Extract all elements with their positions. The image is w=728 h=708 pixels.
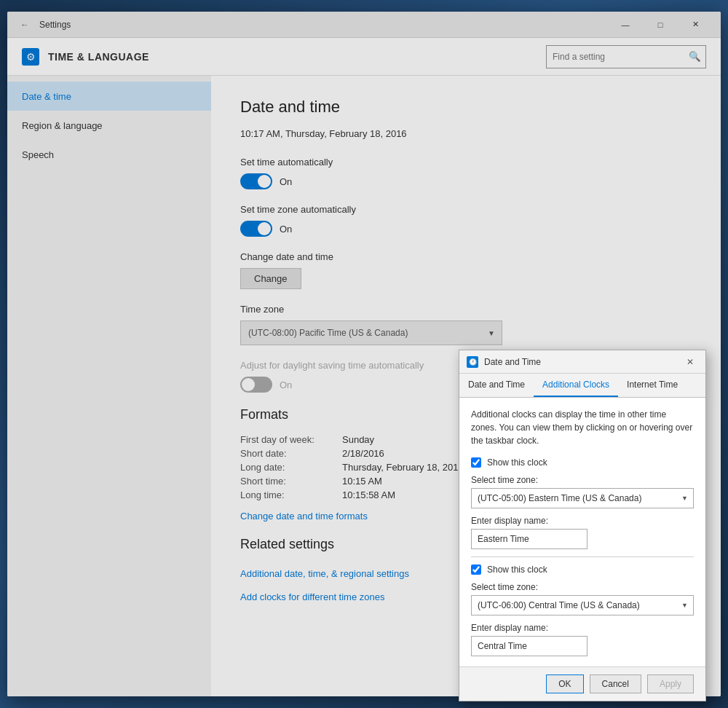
apply-button[interactable]: Apply (647, 674, 694, 693)
dialog-overlay: 🕐 Date and Time ✕ Date and Time Addition… (0, 0, 728, 708)
clock2-show-row: Show this clock (471, 565, 694, 575)
clock1-name-input[interactable] (471, 529, 587, 549)
clock1-show-checkbox[interactable] (471, 457, 481, 468)
dialog-footer: OK Cancel Apply (459, 666, 705, 701)
tab-internet-time[interactable]: Internet Time (618, 374, 687, 397)
clock2-name-label: Enter display name: (471, 623, 694, 633)
clock2-zone-select[interactable]: (UTC-06:00) Central Time (US & Canada) (471, 595, 694, 615)
dialog-close-button[interactable]: ✕ (682, 354, 698, 370)
clock1-zone-select-wrapper: (UTC-05:00) Eastern Time (US & Canada) ▼ (471, 488, 694, 508)
clock1-show-row: Show this clock (471, 457, 694, 468)
clock2-name-input[interactable] (471, 636, 587, 656)
tab-additional-clocks[interactable]: Additional Clocks (534, 374, 618, 397)
dialog-title: Date and Time (484, 357, 682, 367)
ok-button[interactable]: OK (546, 674, 583, 693)
dialog-icon: 🕐 (467, 356, 478, 368)
clock1-show-label: Show this clock (487, 457, 547, 468)
dialog-tabs: Date and Time Additional Clocks Internet… (459, 374, 705, 398)
date-time-dialog: 🕐 Date and Time ✕ Date and Time Addition… (459, 350, 706, 701)
clock2-zone-select-wrapper: (UTC-06:00) Central Time (US & Canada) ▼ (471, 595, 694, 615)
clock1-zone-select[interactable]: (UTC-05:00) Eastern Time (US & Canada) (471, 488, 694, 508)
dialog-description: Additional clocks can display the time i… (471, 408, 694, 447)
clock2-show-label: Show this clock (487, 565, 547, 575)
dialog-title-bar: 🕐 Date and Time ✕ (459, 350, 705, 374)
clock1-zone-label: Select time zone: (471, 475, 694, 485)
dialog-body: Additional clocks can display the time i… (459, 398, 705, 666)
tab-date-time[interactable]: Date and Time (459, 374, 534, 397)
clock1-name-label: Enter display name: (471, 516, 694, 526)
cancel-button[interactable]: Cancel (590, 674, 641, 693)
clock2-show-checkbox[interactable] (471, 565, 481, 575)
clock2-zone-label: Select time zone: (471, 582, 694, 592)
